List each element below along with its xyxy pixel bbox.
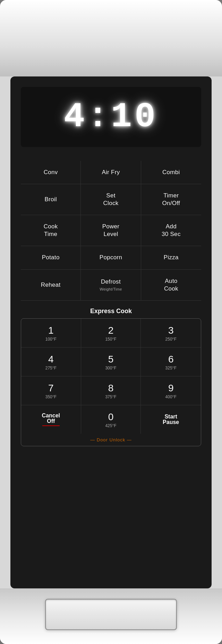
popcorn-button[interactable]: Popcorn	[81, 246, 141, 269]
broil-button[interactable]: Broil	[21, 184, 81, 215]
combi-button[interactable]: Combi	[141, 161, 201, 184]
num-5-button[interactable]: 5 300°F	[81, 348, 141, 376]
num-1-button[interactable]: 1 100°F	[21, 319, 81, 348]
timer-onoff-button[interactable]: TimerOn/Off	[141, 184, 201, 215]
top-panel	[0, 0, 222, 76]
express-cook-label: Express Cook	[90, 308, 132, 315]
microwave-panel: 4:10 Conv Air Fry Combi Broil SetClock T…	[0, 0, 222, 644]
clock-display: 4:10	[24, 97, 198, 137]
defrost-button[interactable]: Defrost Weight/Time	[81, 270, 141, 301]
num-7-button[interactable]: 7 350°F	[21, 376, 81, 405]
num-0-button[interactable]: 0 425°F	[81, 405, 141, 434]
auto-cook-button[interactable]: AutoCook	[141, 270, 201, 301]
num-3-button[interactable]: 3 250°F	[141, 319, 201, 348]
power-level-button[interactable]: PowerLevel	[81, 215, 141, 246]
num-2-button[interactable]: 2 150°F	[81, 319, 141, 348]
num-9-button[interactable]: 9 400°F	[141, 376, 201, 405]
num-4-button[interactable]: 4 275°F	[21, 348, 81, 376]
control-panel: 4:10 Conv Air Fry Combi Broil SetClock T…	[10, 76, 212, 588]
function-button-grid: Conv Air Fry Combi Broil SetClock TimerO…	[21, 161, 201, 301]
cook-time-button[interactable]: CookTime	[21, 215, 81, 246]
set-clock-button[interactable]: SetClock	[81, 184, 141, 215]
door-unlock-label: — Door Unlock —	[21, 434, 201, 446]
pizza-button[interactable]: Pizza	[141, 246, 201, 269]
add-30-sec-button[interactable]: Add30 Sec	[141, 215, 201, 246]
num-6-button[interactable]: 6 325°F	[141, 348, 201, 376]
numpad-wrapper: 1 100°F 2 150°F 3 250°F 4 275°F	[21, 318, 201, 446]
potato-button[interactable]: Potato	[21, 246, 81, 269]
bottom-panel	[0, 588, 222, 644]
numpad: 1 100°F 2 150°F 3 250°F 4 275°F	[21, 319, 201, 434]
cancel-off-button[interactable]: CancelOff	[21, 405, 81, 434]
air-fry-button[interactable]: Air Fry	[81, 161, 141, 184]
clock-display-area: 4:10	[21, 87, 201, 147]
conv-button[interactable]: Conv	[21, 161, 81, 184]
reheat-button[interactable]: Reheat	[21, 270, 81, 301]
door-handle[interactable]	[45, 599, 177, 630]
num-8-button[interactable]: 8 375°F	[81, 376, 141, 405]
start-pause-button[interactable]: StartPause	[141, 405, 201, 434]
